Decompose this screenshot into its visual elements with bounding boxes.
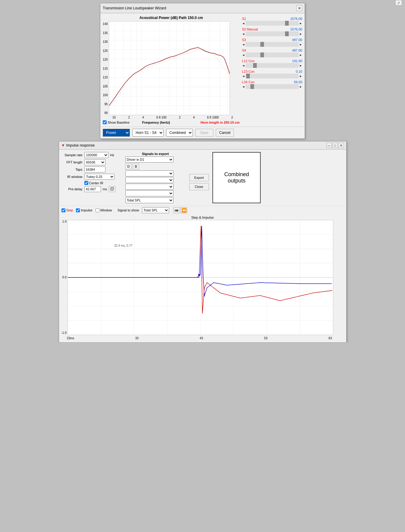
slider-l12-right[interactable]: ► bbox=[299, 64, 302, 67]
signal-select-4[interactable] bbox=[125, 190, 174, 196]
svg-rect-1 bbox=[111, 187, 114, 190]
wizard-content: Acoustical Power (dB) Path 150.0 cm 140 … bbox=[100, 13, 305, 127]
pre-delay-input[interactable] bbox=[84, 186, 101, 192]
ir-window-row: IR window Tukey 0.25 bbox=[61, 174, 122, 180]
impulse-check-label[interactable]: Impulse bbox=[76, 208, 93, 212]
slider-l34-left[interactable]: ◄ bbox=[242, 85, 245, 88]
close-button[interactable]: ✕ bbox=[338, 143, 344, 148]
slider-panel: S1 1576.00 ◄ ► S2 Manual 1576.00 ◄ bbox=[242, 16, 302, 124]
step-checkbox[interactable] bbox=[61, 208, 65, 212]
collapse-arrow[interactable]: ▼ bbox=[61, 143, 65, 147]
slider-s2-input[interactable] bbox=[246, 31, 299, 36]
navigation-buttons: ⏮ ⏪ bbox=[173, 207, 187, 213]
taps-input[interactable] bbox=[84, 166, 105, 173]
ir-window-select[interactable]: Tukey 0.25 bbox=[84, 174, 115, 180]
y-label: 100 bbox=[103, 93, 108, 97]
window-check-label[interactable]: Window bbox=[96, 208, 112, 212]
slider-l34-right[interactable]: ► bbox=[299, 85, 302, 88]
slider-s3-right[interactable]: ► bbox=[299, 43, 302, 46]
slider-l23-right[interactable]: ► bbox=[299, 74, 302, 78]
fft-row: FFT length 65536 bbox=[61, 159, 122, 165]
cancel-button[interactable]: Cancel bbox=[216, 129, 234, 137]
slider-l34-label: L34 Con bbox=[242, 80, 255, 84]
acoustic-power-chart bbox=[109, 21, 230, 115]
center-ir-checkbox[interactable] bbox=[84, 181, 88, 185]
impulse-label: Impulse bbox=[81, 208, 93, 212]
x-label-43: 43 bbox=[200, 337, 203, 340]
slider-s1: S1 1576.00 ◄ ► bbox=[242, 17, 302, 26]
signals-panel: Signals to export Driver in D1 D B Total… bbox=[125, 152, 186, 203]
slider-s2-label: S2 Manual bbox=[242, 27, 258, 31]
wizard-close-button[interactable]: ✕ bbox=[296, 5, 302, 11]
slider-l23-left[interactable]: ◄ bbox=[242, 74, 245, 78]
window-checkbox[interactable] bbox=[96, 208, 99, 212]
ms-label: ms bbox=[103, 187, 107, 191]
signal-select-3[interactable] bbox=[125, 184, 174, 190]
show-baseline-checkbox[interactable] bbox=[103, 120, 107, 124]
minimize-button[interactable]: — bbox=[326, 143, 332, 148]
slider-s4-left[interactable]: ◄ bbox=[242, 53, 245, 57]
sample-rate-label: Sample rate bbox=[61, 153, 83, 157]
skip-back-button[interactable]: ⏮ bbox=[173, 207, 180, 213]
slider-l34-input[interactable] bbox=[246, 84, 299, 89]
center-ir-label[interactable]: Center IR bbox=[84, 181, 103, 185]
x-label: 2 bbox=[179, 116, 181, 119]
x-label: 4 bbox=[193, 116, 195, 119]
horn-select[interactable]: Horn S1 - S4 bbox=[132, 129, 164, 137]
signal-select-1[interactable] bbox=[125, 170, 174, 176]
slider-s1-left[interactable]: ◄ bbox=[242, 22, 245, 25]
slider-l23-input[interactable] bbox=[246, 74, 299, 78]
sample-rate-select[interactable]: 192000 bbox=[84, 152, 108, 158]
driver-d1-select[interactable]: Driver in D1 bbox=[125, 157, 174, 163]
step-check-label[interactable]: Step bbox=[61, 208, 73, 212]
b-button[interactable]: B bbox=[133, 163, 139, 169]
close-button[interactable]: Close bbox=[189, 183, 209, 190]
slider-s1-input[interactable] bbox=[246, 21, 299, 26]
copy-btn[interactable] bbox=[109, 186, 115, 192]
total-spl-select[interactable]: Total SPL bbox=[125, 197, 174, 203]
wizard-titlebar: Transmission Line Loudspeaker Wizard ✕ bbox=[100, 3, 305, 13]
slider-s3-input[interactable] bbox=[246, 42, 299, 47]
slider-s3-label: S3 bbox=[242, 38, 246, 42]
step-label: Step bbox=[66, 208, 73, 212]
chart-title: Acoustical Power (dB) Path 150.0 cm bbox=[103, 16, 240, 20]
combined-select[interactable]: Combined bbox=[166, 129, 193, 137]
d-button[interactable]: D bbox=[125, 163, 132, 169]
signal-show-select[interactable]: Total SPL bbox=[142, 207, 169, 213]
frequency-label: Frequency (hertz) bbox=[142, 121, 170, 124]
combined-outputs-text: Combinedoutputs bbox=[224, 171, 249, 184]
slider-s4-input[interactable] bbox=[246, 52, 299, 57]
y-label-1.0: 1.0 bbox=[61, 220, 67, 223]
y-label: 90 bbox=[103, 111, 108, 115]
prev-button[interactable]: ⏪ bbox=[181, 207, 187, 213]
slider-l12-value: 191.00 bbox=[292, 59, 302, 63]
slider-s2-right[interactable]: ► bbox=[299, 32, 302, 36]
slider-l12-input[interactable] bbox=[246, 63, 299, 68]
slider-s1-right[interactable]: ► bbox=[299, 22, 302, 25]
slider-s2: S2 Manual 1576.00 ◄ ► bbox=[242, 27, 302, 36]
window-controls: — □ ✕ bbox=[326, 143, 344, 148]
signal-select-2[interactable] bbox=[125, 177, 174, 183]
expand-chart-button[interactable]: ⤢ bbox=[395, 0, 402, 5]
slider-l34: L34 Con 59.00 ◄ ► bbox=[242, 80, 302, 89]
signals-label: Signals to export bbox=[125, 152, 186, 156]
wizard-title: Transmission Line Loudspeaker Wizard bbox=[103, 6, 166, 10]
export-button[interactable]: Export bbox=[189, 174, 209, 181]
x-label: 2 bbox=[231, 116, 233, 119]
slider-s4-right[interactable]: ► bbox=[299, 53, 302, 57]
impulse-checkbox[interactable] bbox=[76, 208, 80, 212]
fft-select[interactable]: 65536 bbox=[84, 159, 105, 165]
save-button[interactable]: Save bbox=[195, 129, 213, 137]
slider-s2-left[interactable]: ◄ bbox=[242, 32, 245, 36]
show-baseline-label[interactable]: Show Baseline bbox=[103, 120, 130, 124]
signal-selects bbox=[125, 170, 186, 196]
wizard-window: Transmission Line Loudspeaker Wizard ✕ A… bbox=[100, 3, 305, 139]
maximize-button[interactable]: □ bbox=[332, 143, 338, 148]
impulse-title: Impulse response bbox=[66, 143, 95, 147]
x-label: 2 bbox=[128, 116, 130, 119]
slider-l12-left[interactable]: ◄ bbox=[242, 64, 245, 67]
power-select[interactable]: Power bbox=[103, 129, 130, 137]
slider-s3-left[interactable]: ◄ bbox=[242, 43, 245, 46]
y-label: 115 bbox=[103, 67, 108, 70]
y-label-neg1.0: -1.0 bbox=[61, 331, 67, 334]
